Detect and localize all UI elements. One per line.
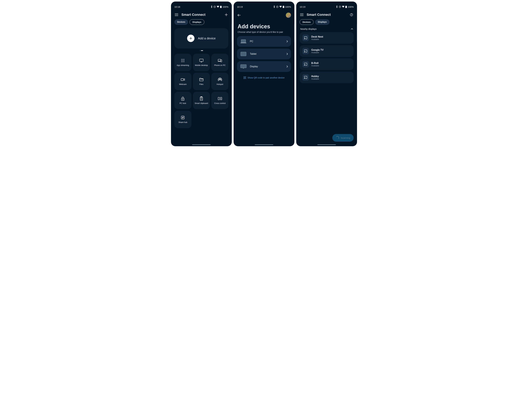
plus-icon <box>187 35 194 42</box>
tile-label: Smart clipboard <box>195 102 208 104</box>
chevron-right-icon <box>287 40 288 43</box>
phone-screen-devices: 10:18 100% Smart Connect Devices Display… <box>171 1 232 146</box>
svg-point-61 <box>351 15 352 16</box>
tile-lock[interactable]: PC lock <box>174 92 192 109</box>
svg-rect-26 <box>181 79 184 80</box>
app-header <box>234 10 294 21</box>
lock-icon <box>181 96 185 101</box>
device-type-list: PCTabletDisplay <box>234 36 294 74</box>
tile-grid[interactable]: App streaming <box>174 54 192 71</box>
help-button[interactable] <box>349 12 354 17</box>
svg-rect-41 <box>283 6 284 8</box>
nav-bar[interactable] <box>317 144 336 145</box>
tile-cross-control[interactable]: Cross control <box>211 92 228 109</box>
chevron-right-icon <box>287 53 288 55</box>
display-name: Desk Nest <box>311 35 323 38</box>
chevron-up-icon <box>351 28 353 30</box>
device-type-pc[interactable]: PC <box>237 36 291 47</box>
svg-point-15 <box>182 60 183 61</box>
device-type-label: Display <box>250 65 284 68</box>
tile-monitor[interactable]: Mobile desktop <box>193 54 210 71</box>
svg-rect-23 <box>218 59 221 61</box>
tile-clipboard[interactable]: Smart clipboard <box>193 92 210 109</box>
svg-rect-50 <box>244 78 244 79</box>
tile-webcam[interactable]: Webcam <box>174 73 192 90</box>
laptop-visual <box>240 39 247 44</box>
display-item[interactable]: B-RollAvailable <box>300 58 354 70</box>
chevron-right-icon <box>287 66 288 68</box>
tile-label: Cross control <box>214 102 226 104</box>
status-bar: 10:19 100% <box>234 1 294 10</box>
phone-pc-icon <box>218 58 222 63</box>
device-type-label: PC <box>250 40 284 43</box>
svg-point-16 <box>184 60 184 61</box>
status-bar: 10:19 100% <box>296 1 357 10</box>
device-type-tablet[interactable]: Tablet <box>237 49 291 59</box>
status-time: 10:18 <box>174 6 180 8</box>
svg-point-65 <box>304 79 304 79</box>
scroll-edge-hint <box>294 24 294 42</box>
section-title: Nearby displays <box>300 28 317 30</box>
svg-rect-56 <box>345 6 347 8</box>
svg-rect-55 <box>346 6 347 6</box>
svg-rect-49 <box>245 77 246 77</box>
nav-bar[interactable] <box>192 144 211 145</box>
feature-grid: App streamingMobile desktopPhone on PCWe… <box>174 54 228 128</box>
svg-point-30 <box>183 99 183 100</box>
monitor-icon <box>199 58 204 63</box>
cast-icon <box>302 48 309 54</box>
tile-hotspot[interactable]: Hotspot <box>211 73 228 90</box>
folder-icon <box>199 77 204 82</box>
device-type-label: Tablet <box>250 53 284 55</box>
status-time: 10:19 <box>237 6 243 8</box>
tab-devices[interactable]: Devices <box>174 19 188 25</box>
tabs: Devices Displays <box>296 18 357 27</box>
battery-icon <box>220 6 222 8</box>
tab-displays[interactable]: Displays <box>315 19 330 25</box>
menu-button[interactable] <box>174 12 179 17</box>
tab-displays[interactable]: Displays <box>190 19 204 25</box>
device-type-display[interactable]: Display <box>237 61 291 72</box>
tile-label: Hotspot <box>216 83 223 85</box>
avatar[interactable] <box>286 12 291 18</box>
tile-folder[interactable]: Files <box>193 73 210 90</box>
qr-pair-label: Show QR code to pair another device <box>248 77 285 79</box>
nearby-displays-header[interactable]: Nearby displays <box>296 27 357 32</box>
display-item[interactable]: Google TVAvailable <box>300 45 354 57</box>
svg-point-63 <box>304 52 304 52</box>
back-button[interactable] <box>237 13 241 17</box>
battery-icon <box>345 6 347 8</box>
status-time: 10:19 <box>300 6 305 8</box>
svg-point-28 <box>219 79 220 80</box>
qr-pair-link[interactable]: Show QR code to pair another device <box>234 77 294 79</box>
menu-button[interactable] <box>300 12 304 17</box>
tile-label: PC lock <box>180 102 186 104</box>
svg-rect-40 <box>283 6 284 6</box>
svg-point-19 <box>184 61 184 62</box>
tile-label: Share hub <box>178 121 187 123</box>
add-device-card[interactable]: Add a device <box>174 28 228 48</box>
display-item[interactable]: Desk NestAvailable <box>300 32 354 44</box>
tile-label: Webcam <box>179 83 187 85</box>
display-item[interactable]: HubbyAvailable <box>300 72 354 83</box>
tile-label: Phone on PC <box>214 64 226 66</box>
cross-control-icon <box>218 96 222 101</box>
display-visual <box>240 64 247 69</box>
app-header: Smart Connect <box>296 10 357 18</box>
tab-devices[interactable]: Devices <box>300 19 313 25</box>
svg-rect-20 <box>200 59 203 61</box>
tabs: Devices Displays <box>171 18 232 27</box>
scanning-button[interactable]: Scanning <box>332 134 354 142</box>
display-status: Available <box>311 78 319 80</box>
add-button[interactable] <box>224 12 228 17</box>
scroll-edge-hint <box>231 24 232 42</box>
add-device-label: Add a device <box>198 37 216 40</box>
svg-rect-46 <box>240 65 246 68</box>
tile-share-hub[interactable]: Share hub <box>174 111 192 128</box>
app-title: Smart Connect <box>307 13 347 17</box>
bluetooth-icon <box>211 6 213 8</box>
scanning-label: Scanning <box>341 136 350 139</box>
svg-rect-51 <box>245 78 245 78</box>
nav-bar[interactable] <box>255 144 273 145</box>
tile-phone-pc[interactable]: Phone on PC <box>211 54 228 71</box>
